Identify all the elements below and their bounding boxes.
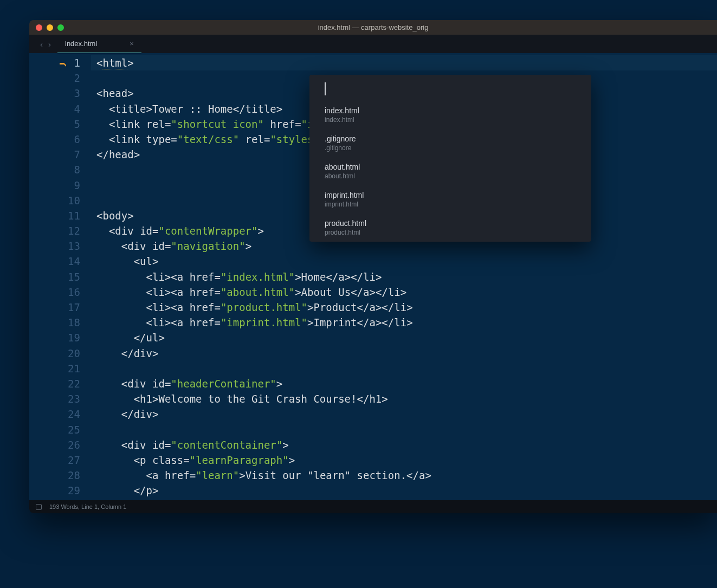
minimize-window-button[interactable] <box>47 24 53 31</box>
line-number[interactable]: 26 <box>29 437 91 453</box>
statusbar-panel-icon[interactable] <box>36 504 42 510</box>
nav-back-button[interactable]: ‹ <box>40 40 43 49</box>
line-number[interactable]: 17 <box>29 300 91 315</box>
code-line[interactable]: </p> <box>91 483 717 498</box>
line-number[interactable]: 14 <box>29 254 91 269</box>
palette-result-title: index.html <box>325 106 582 115</box>
line-number[interactable]: 11 <box>29 208 91 223</box>
line-number[interactable]: 22 <box>29 376 91 391</box>
palette-result-subtitle: product.html <box>325 229 582 236</box>
code-line[interactable]: <p class="learnParagraph"> <box>91 453 717 468</box>
palette-result-title: about.html <box>325 163 582 171</box>
line-number[interactable]: 15 <box>29 269 91 285</box>
tab-index-html[interactable]: index.html × <box>57 35 141 53</box>
palette-input[interactable] <box>309 75 591 101</box>
palette-result-title: imprint.html <box>325 191 582 199</box>
line-number[interactable]: 7 <box>29 147 91 162</box>
palette-result-item[interactable]: .gitignore.gitignore <box>309 129 591 157</box>
palette-result-title: product.html <box>325 219 582 228</box>
code-line[interactable]: </div> <box>91 406 717 422</box>
code-line[interactable] <box>91 422 717 437</box>
line-number[interactable]: 21 <box>29 361 91 376</box>
palette-result-subtitle: imprint.html <box>325 201 582 208</box>
code-line[interactable]: <li><a href="product.html">Product</a></… <box>91 300 717 315</box>
gutter: 1234567891011121314151617181920212223242… <box>29 53 91 500</box>
line-number[interactable]: 23 <box>29 391 91 406</box>
line-number[interactable]: 8 <box>29 162 91 177</box>
line-number[interactable]: 28 <box>29 468 91 483</box>
line-number[interactable]: 5 <box>29 117 91 132</box>
nav-arrows: ‹ › <box>29 35 57 53</box>
code-line[interactable]: <li><a href="about.html">About Us</a></l… <box>91 285 717 300</box>
tab-label: index.html <box>65 40 97 48</box>
maximize-window-button[interactable] <box>57 24 64 31</box>
quick-open-palette[interactable]: index.htmlindex.html.gitignore.gitignore… <box>309 75 591 242</box>
line-number[interactable]: 20 <box>29 346 91 361</box>
palette-result-item[interactable]: product.htmlproduct.html <box>309 214 591 242</box>
line-number[interactable]: 6 <box>29 132 91 147</box>
palette-result-item[interactable]: imprint.htmlimprint.html <box>309 185 591 214</box>
palette-results: index.htmlindex.html.gitignore.gitignore… <box>309 101 591 242</box>
line-number[interactable]: 29 <box>29 483 91 498</box>
line-number[interactable]: 3 <box>29 86 91 101</box>
tab-close-icon[interactable]: × <box>130 40 134 48</box>
code-line[interactable]: <a href="learn">Visit our "learn" sectio… <box>91 468 717 483</box>
line-number[interactable]: 12 <box>29 223 91 238</box>
statusbar: 193 Words, Line 1, Column 1 <box>29 500 717 513</box>
text-caret-icon <box>325 82 326 95</box>
code-line[interactable]: <html> <box>91 55 717 70</box>
line-number[interactable]: 25 <box>29 422 91 437</box>
titlebar: index.html — carparts-website_orig <box>29 20 717 35</box>
code-line[interactable]: <li><a href="imprint.html">Imprint</a></… <box>91 315 717 330</box>
code-line[interactable]: </div> <box>91 346 717 361</box>
palette-result-subtitle: about.html <box>325 172 582 180</box>
line-number[interactable]: 4 <box>29 101 91 117</box>
close-window-button[interactable] <box>36 24 42 31</box>
nav-forward-button[interactable]: › <box>48 40 51 49</box>
line-number[interactable]: 13 <box>29 238 91 254</box>
code-line[interactable]: <div id="contentContainer"> <box>91 437 717 453</box>
line-number[interactable]: 2 <box>29 70 91 86</box>
line-number[interactable]: 10 <box>29 193 91 208</box>
line-number[interactable]: 16 <box>29 285 91 300</box>
code-line[interactable]: <div id="headerContainer"> <box>91 376 717 391</box>
window-title: index.html — carparts-website_orig <box>29 23 717 31</box>
code-line[interactable]: <h1>Welcome to the Git Crash Course!</h1… <box>91 391 717 406</box>
bookmark-icon[interactable] <box>59 59 66 67</box>
palette-result-title: .gitignore <box>325 134 582 143</box>
statusbar-text: 193 Words, Line 1, Column 1 <box>49 503 126 510</box>
line-number[interactable]: 1 <box>29 55 91 70</box>
line-number[interactable]: 19 <box>29 330 91 345</box>
palette-result-item[interactable]: index.htmlindex.html <box>309 101 591 129</box>
line-number[interactable]: 9 <box>29 178 91 193</box>
line-number[interactable]: 18 <box>29 315 91 330</box>
code-line[interactable] <box>91 361 717 376</box>
code-line[interactable]: <ul> <box>91 254 717 269</box>
traffic-lights <box>36 24 64 31</box>
line-number[interactable]: 27 <box>29 453 91 468</box>
code-line[interactable]: <li><a href="index.html">Home</a></li> <box>91 269 717 285</box>
editor-window: index.html — carparts-website_orig ‹ › i… <box>29 20 717 513</box>
line-number[interactable]: 24 <box>29 406 91 422</box>
palette-result-subtitle: .gitignore <box>325 144 582 152</box>
palette-result-item[interactable]: about.htmlabout.html <box>309 157 591 185</box>
tabbar: ‹ › index.html × <box>29 35 717 53</box>
palette-result-subtitle: index.html <box>325 116 582 124</box>
code-line[interactable]: </ul> <box>91 330 717 345</box>
